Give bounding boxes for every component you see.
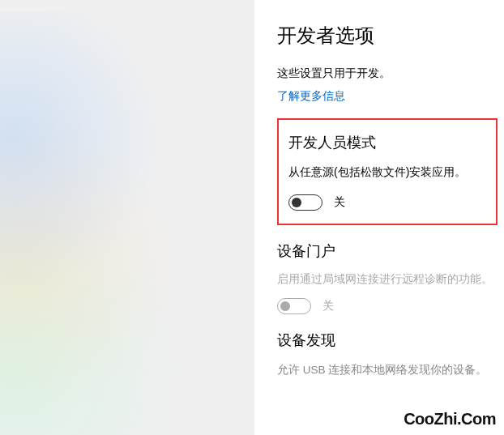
sidebar: 设置 主页 更新和安全 Windows 更新: [0, 0, 254, 435]
developer-mode-section: 开发人员模式 从任意源(包括松散文件)安装应用。 关: [277, 118, 498, 225]
dev-mode-title: 开发人员模式: [288, 133, 486, 152]
device-portal-toggle-row: 关: [277, 298, 494, 314]
device-portal-toggle: [277, 298, 311, 314]
dev-mode-toggle[interactable]: [288, 194, 322, 211]
device-discovery-desc: 允许 USB 连接和本地网络发现你的设备。: [277, 363, 494, 377]
dev-mode-state: 关: [334, 195, 345, 210]
device-discovery-section: 设备发现 允许 USB 连接和本地网络发现你的设备。: [277, 314, 504, 377]
device-portal-section: 设备门户 启用通过局域网连接进行远程诊断的功能。 关: [277, 237, 504, 314]
toggle-knob: [292, 198, 301, 207]
watermark: CooZhi.Com: [404, 410, 496, 429]
page-subtitle: 这些设置只用于开发。: [277, 66, 504, 81]
toggle-knob: [280, 301, 290, 311]
device-portal-desc: 启用通过局域网连接进行远程诊断的功能。: [277, 272, 494, 287]
page-title: 开发者选项: [277, 23, 504, 49]
device-portal-state: 关: [322, 299, 334, 313]
main-content: 开发者选项 这些设置只用于开发。 了解更多信息 开发人员模式 从任意源(包括松散…: [254, 0, 504, 435]
device-discovery-title: 设备发现: [277, 331, 494, 350]
dev-mode-toggle-row: 关: [288, 194, 486, 211]
dev-mode-desc: 从任意源(包括松散文件)安装应用。: [288, 165, 486, 180]
learn-more-link[interactable]: 了解更多信息: [277, 89, 345, 104]
sidebar-background: [0, 11, 254, 435]
device-portal-title: 设备门户: [277, 241, 494, 261]
